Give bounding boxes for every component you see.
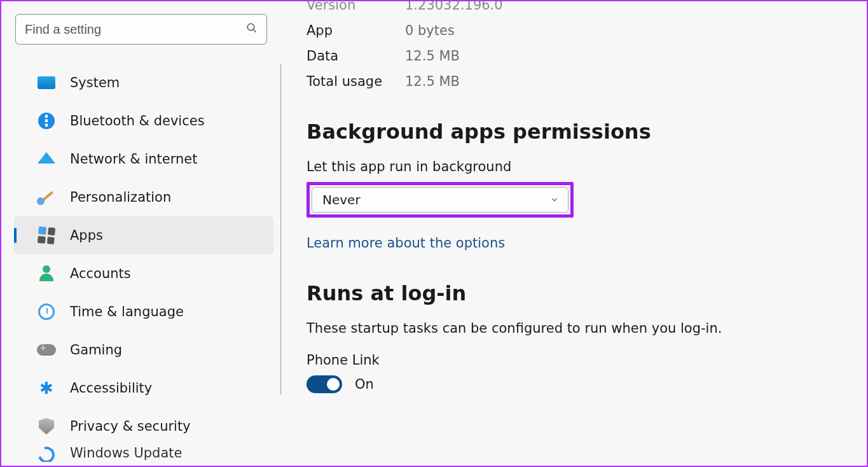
svg-line-1 bbox=[253, 29, 256, 32]
startup-task-toggle[interactable] bbox=[307, 375, 342, 393]
gamepad-icon bbox=[37, 340, 56, 359]
sidebar-item-accessibility[interactable]: ✱ Accessibility bbox=[14, 369, 273, 407]
sidebar-item-network[interactable]: Network & internet bbox=[14, 140, 273, 178]
paintbrush-icon bbox=[37, 188, 56, 207]
sidebar-item-bluetooth[interactable]: ⋮ Bluetooth & devices bbox=[14, 102, 273, 140]
sidebar-item-label: Personalization bbox=[70, 190, 171, 205]
clock-icon bbox=[37, 302, 56, 321]
label-run-in-background: Let this app run in background bbox=[307, 159, 867, 174]
select-value: Never bbox=[322, 192, 361, 207]
update-icon bbox=[37, 445, 56, 462]
chevron-down-icon bbox=[550, 192, 559, 207]
info-value-app: 0 bytes bbox=[405, 23, 455, 38]
login-description: These startup tasks can be configured to… bbox=[307, 321, 867, 336]
info-label-app: App bbox=[307, 23, 405, 38]
svg-point-0 bbox=[247, 24, 254, 31]
sidebar-divider bbox=[280, 64, 281, 394]
sidebar-item-accounts[interactable]: Accounts bbox=[14, 254, 273, 293]
sidebar-item-label: Gaming bbox=[70, 342, 122, 358]
sidebar-item-label: Network & internet bbox=[70, 151, 197, 167]
apps-icon bbox=[37, 226, 56, 245]
info-value-total: 12.5 MB bbox=[405, 74, 460, 89]
settings-sidebar: System ⋮ Bluetooth & devices Network & i… bbox=[1, 1, 281, 466]
info-label-data: Data bbox=[307, 48, 405, 64]
sidebar-item-time-language[interactable]: Time & language bbox=[14, 293, 273, 331]
bluetooth-icon: ⋮ bbox=[37, 111, 56, 130]
heading-runs-at-login: Runs at log-in bbox=[307, 281, 867, 305]
sidebar-item-gaming[interactable]: Gaming bbox=[14, 331, 273, 369]
sidebar-item-label: Privacy & security bbox=[70, 419, 191, 434]
sidebar-item-label: Time & language bbox=[70, 304, 184, 319]
background-permission-select[interactable]: Never bbox=[312, 187, 568, 213]
sidebar-item-label: Accounts bbox=[70, 266, 131, 281]
sidebar-item-label: System bbox=[70, 75, 120, 90]
sidebar-item-label: Windows Update bbox=[70, 445, 182, 461]
main-content: Version 1.23032.196.0 App 0 bytes Data 1… bbox=[281, 1, 867, 466]
search-input[interactable] bbox=[25, 22, 246, 37]
sidebar-item-windows-update[interactable]: Windows Update bbox=[14, 445, 273, 462]
wifi-icon bbox=[37, 150, 56, 169]
accessibility-icon: ✱ bbox=[37, 379, 56, 398]
sidebar-item-personalization[interactable]: Personalization bbox=[14, 178, 273, 216]
person-icon bbox=[37, 264, 56, 283]
monitor-icon bbox=[37, 73, 56, 92]
search-box[interactable] bbox=[15, 14, 267, 45]
sidebar-item-label: Accessibility bbox=[70, 380, 152, 396]
nav-list: System ⋮ Bluetooth & devices Network & i… bbox=[1, 64, 281, 462]
search-icon bbox=[246, 22, 258, 36]
settings-window: System ⋮ Bluetooth & devices Network & i… bbox=[0, 0, 868, 467]
shield-icon bbox=[37, 417, 56, 436]
sidebar-item-system[interactable]: System bbox=[14, 64, 273, 102]
toggle-state-label: On bbox=[355, 377, 374, 392]
info-label-version: Version bbox=[307, 1, 405, 13]
sidebar-item-label: Bluetooth & devices bbox=[70, 113, 205, 129]
info-label-total: Total usage bbox=[307, 74, 405, 89]
info-value-version: 1.23032.196.0 bbox=[405, 1, 503, 13]
heading-background-permissions: Background apps permissions bbox=[307, 120, 867, 144]
sidebar-item-privacy[interactable]: Privacy & security bbox=[14, 407, 273, 445]
sidebar-item-label: Apps bbox=[70, 228, 103, 243]
info-value-data: 12.5 MB bbox=[405, 48, 460, 64]
sidebar-item-apps[interactable]: Apps bbox=[14, 216, 273, 254]
startup-task-name: Phone Link bbox=[307, 352, 867, 368]
highlight-annotation: Never bbox=[307, 182, 574, 218]
link-learn-more[interactable]: Learn more about the options bbox=[307, 235, 505, 251]
